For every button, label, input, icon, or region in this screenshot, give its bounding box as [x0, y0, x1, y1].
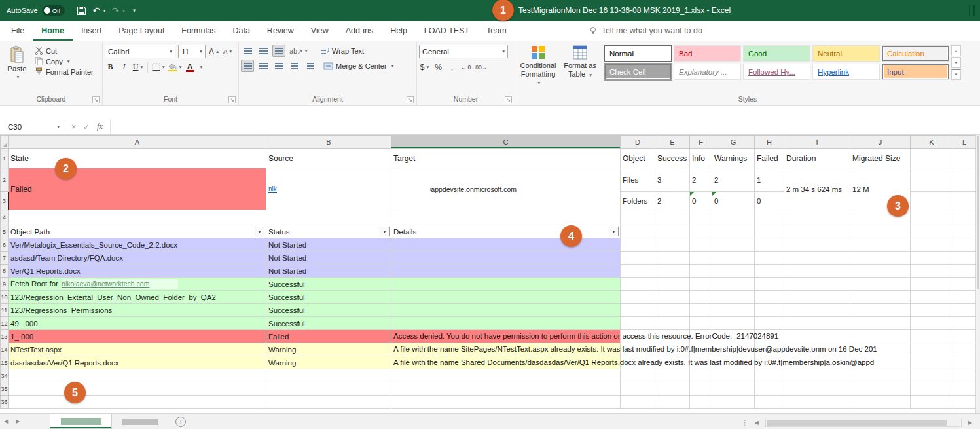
filter-button[interactable]: ▾ [255, 227, 264, 236]
cell-empty[interactable] [850, 291, 911, 304]
row-header-4[interactable]: 4 [1, 210, 9, 225]
bold-button[interactable]: B [105, 61, 116, 73]
cell-object-path[interactable]: 1_.000 [9, 330, 266, 343]
enter-button[interactable]: ✓ [83, 122, 90, 132]
insert-function-button[interactable]: fx [97, 122, 103, 132]
cell-object-path[interactable]: Ver/Metalogix_Essentials_Source_Code_2.2… [9, 238, 266, 252]
borders-button[interactable]: ▾ [152, 61, 165, 73]
cell-empty[interactable] [850, 317, 911, 330]
row-header-12[interactable]: 12 [1, 317, 9, 330]
cell-empty[interactable] [9, 210, 266, 225]
cell-empty[interactable] [784, 225, 850, 238]
ribbon-tab-formulas[interactable]: Formulas [173, 21, 224, 41]
cell-empty[interactable] [953, 225, 976, 238]
align-top-button[interactable] [241, 45, 254, 57]
name-box[interactable]: C30▾ [0, 119, 64, 134]
paste-dropdown-icon[interactable]: ▾ [17, 74, 20, 80]
merge-dropdown-icon[interactable]: ▾ [391, 63, 394, 69]
cell-empty[interactable] [911, 210, 953, 225]
sheet-prev-button[interactable]: ◀ [0, 419, 12, 424]
cell-empty[interactable] [911, 149, 953, 168]
cell-empty[interactable] [784, 252, 850, 265]
customize-qat-button[interactable]: ▾ [131, 8, 136, 14]
sheet-next-button[interactable]: ▶ [12, 419, 24, 424]
cell-empty[interactable] [621, 291, 655, 304]
cell-empty[interactable] [755, 291, 784, 304]
ribbon-tab-page-layout[interactable]: Page Layout [110, 21, 173, 41]
sheet-tab-1[interactable] [50, 414, 112, 429]
format-as-table-dropdown-icon[interactable]: ▾ [589, 72, 592, 78]
cell-empty[interactable] [784, 278, 850, 291]
col-header-j[interactable]: J [850, 136, 911, 149]
style-chip-neutral[interactable]: Neutral [812, 45, 880, 62]
cell-empty[interactable] [690, 210, 712, 225]
cell-empty[interactable] [784, 382, 850, 396]
autosave-pill[interactable]: Off [42, 5, 65, 16]
cell-empty[interactable] [712, 238, 755, 252]
style-chip-good[interactable]: Good [743, 45, 810, 62]
cell-empty[interactable] [911, 291, 953, 304]
style-chip-bad[interactable]: Bad [674, 45, 741, 62]
cell-empty[interactable] [755, 382, 784, 396]
style-chip-explanatory[interactable]: Explanatory ... [674, 64, 741, 80]
cell-empty[interactable] [784, 330, 850, 343]
row-header-3[interactable]: 3 [1, 192, 9, 210]
font-color-button[interactable]: A [185, 61, 196, 73]
cell-empty[interactable] [712, 210, 755, 225]
percent-style-button[interactable]: % [433, 61, 444, 73]
vertical-scrollbar[interactable] [975, 135, 980, 413]
cell-empty[interactable] [690, 265, 712, 278]
cell-empty[interactable] [755, 210, 784, 225]
cell-empty[interactable] [755, 304, 784, 317]
font-dialog-launcher[interactable]: ↘ [228, 96, 236, 103]
cell-empty[interactable] [911, 396, 953, 409]
col-header-e[interactable]: E [655, 136, 690, 149]
cell-empty[interactable] [784, 238, 850, 252]
select-all-button[interactable] [1, 136, 9, 149]
accounting-dropdown-icon[interactable]: ▾ [426, 64, 429, 70]
cell-empty[interactable] [690, 317, 712, 330]
ribbon-tab-team[interactable]: Team [478, 21, 515, 41]
cell-empty[interactable] [911, 356, 953, 369]
cell-empty[interactable] [953, 192, 976, 210]
cell-details[interactable] [391, 317, 621, 330]
cell-folders-warnings[interactable]: 0 [712, 192, 755, 210]
cell-empty[interactable] [690, 225, 712, 238]
conditional-formatting-button[interactable]: Conditional Formatting ▾ [517, 43, 559, 94]
cell-status[interactable]: Successful [266, 304, 391, 317]
decrease-font-button[interactable]: A▾ [222, 45, 233, 58]
undo-button[interactable]: ↶▾ [92, 6, 105, 15]
conditional-formatting-dropdown-icon[interactable]: ▾ [538, 80, 541, 86]
cell-empty[interactable] [266, 396, 391, 409]
cell-details[interactable] [391, 291, 621, 304]
cell-empty[interactable] [911, 317, 953, 330]
cell-empty[interactable] [9, 382, 266, 396]
clipboard-dialog-launcher[interactable]: ↘ [92, 96, 100, 103]
cell-status[interactable]: Successful [266, 278, 391, 291]
add-sheet-button[interactable]: + [175, 417, 186, 427]
cell-warnings-header[interactable]: Warnings [712, 149, 755, 168]
cell-empty[interactable] [655, 369, 690, 382]
cell-success-header[interactable]: Success [655, 149, 690, 168]
orientation-button[interactable]: ab↗▾ [288, 45, 309, 57]
ribbon-tab-load-test[interactable]: LOAD TEST [416, 21, 478, 41]
fill-color-dropdown-icon[interactable]: ▾ [179, 64, 182, 70]
decrease-decimal-button[interactable]: .00→ [474, 61, 487, 73]
cell-status[interactable]: Warning [266, 343, 391, 356]
cell-empty[interactable] [784, 317, 850, 330]
cell-empty[interactable] [655, 225, 690, 238]
cell-object-path[interactable]: Fetch Root for nikolaeva@networktech.com [9, 278, 266, 291]
cell-source-value[interactable]: nikolaeva@networktech.com [266, 168, 391, 210]
number-dialog-launcher[interactable]: ↘ [505, 96, 512, 103]
cell-object-header[interactable]: Object [621, 149, 655, 168]
cell-empty[interactable] [621, 317, 655, 330]
row-header-2[interactable]: 2 [1, 168, 9, 192]
fill-color-button[interactable]: ▾ [168, 61, 182, 73]
cell-empty[interactable] [391, 210, 621, 225]
cell-details[interactable]: A file with the name SitePages/NTestText… [391, 343, 621, 356]
cell-files-success[interactable]: 3 [655, 168, 690, 192]
col-header-d[interactable]: D [621, 136, 655, 149]
cell-empty[interactable] [9, 369, 266, 382]
ribbon-tab-review[interactable]: Review [259, 21, 302, 41]
cell-empty[interactable] [621, 304, 655, 317]
